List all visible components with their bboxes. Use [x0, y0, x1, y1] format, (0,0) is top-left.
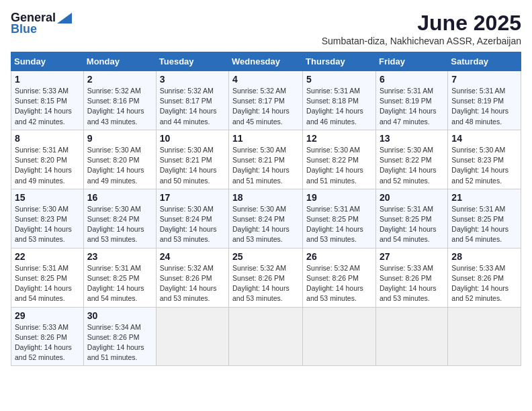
- header-thursday: Thursday: [303, 52, 376, 71]
- logo-icon: [57, 13, 72, 24]
- day-cell: [229, 307, 303, 366]
- week-row-2: 8Sunrise: 5:31 AMSunset: 8:20 PMDaylight…: [11, 130, 521, 189]
- day-number: 18: [232, 192, 299, 203]
- day-number: 21: [451, 192, 517, 203]
- day-cell: 4Sunrise: 5:32 AMSunset: 8:17 PMDaylight…: [229, 71, 303, 130]
- svg-marker-0: [57, 13, 72, 24]
- day-cell: 18Sunrise: 5:30 AMSunset: 8:24 PMDayligh…: [229, 189, 303, 248]
- day-info: Sunrise: 5:30 AMSunset: 8:21 PMDaylight:…: [160, 145, 225, 186]
- day-number: 7: [451, 74, 517, 85]
- day-number: 15: [15, 192, 80, 203]
- day-number: 4: [232, 74, 299, 85]
- day-cell: 22Sunrise: 5:31 AMSunset: 8:25 PMDayligh…: [11, 248, 84, 307]
- day-info: Sunrise: 5:32 AMSunset: 8:26 PMDaylight:…: [306, 263, 372, 304]
- day-info: Sunrise: 5:31 AMSunset: 8:19 PMDaylight:…: [380, 86, 444, 127]
- day-cell: 19Sunrise: 5:31 AMSunset: 8:25 PMDayligh…: [303, 189, 376, 248]
- day-info: Sunrise: 5:31 AMSunset: 8:25 PMDaylight:…: [15, 263, 80, 304]
- day-number: 10: [160, 133, 225, 144]
- day-info: Sunrise: 5:32 AMSunset: 8:26 PMDaylight:…: [232, 263, 299, 304]
- header-monday: Monday: [83, 52, 156, 71]
- day-info: Sunrise: 5:33 AMSunset: 8:26 PMDaylight:…: [380, 263, 444, 304]
- day-cell: 10Sunrise: 5:30 AMSunset: 8:21 PMDayligh…: [156, 130, 228, 189]
- day-cell: 2Sunrise: 5:32 AMSunset: 8:16 PMDaylight…: [83, 71, 156, 130]
- day-info: Sunrise: 5:32 AMSunset: 8:17 PMDaylight:…: [160, 86, 225, 127]
- day-cell: 21Sunrise: 5:31 AMSunset: 8:25 PMDayligh…: [448, 189, 521, 248]
- day-number: 13: [380, 133, 444, 144]
- header-saturday: Saturday: [448, 52, 521, 71]
- day-cell: 20Sunrise: 5:31 AMSunset: 8:25 PMDayligh…: [375, 189, 447, 248]
- day-number: 14: [451, 133, 517, 144]
- day-number: 17: [160, 192, 225, 203]
- day-number: 29: [15, 310, 80, 321]
- day-cell: 16Sunrise: 5:30 AMSunset: 8:24 PMDayligh…: [83, 189, 156, 248]
- day-info: Sunrise: 5:34 AMSunset: 8:26 PMDaylight:…: [87, 322, 152, 363]
- day-number: 12: [306, 133, 372, 144]
- day-number: 27: [380, 251, 444, 262]
- day-cell: 5Sunrise: 5:31 AMSunset: 8:18 PMDaylight…: [303, 71, 376, 130]
- day-info: Sunrise: 5:30 AMSunset: 8:22 PMDaylight:…: [380, 145, 444, 186]
- header-tuesday: Tuesday: [156, 52, 228, 71]
- header-friday: Friday: [375, 52, 447, 71]
- day-info: Sunrise: 5:30 AMSunset: 8:21 PMDaylight:…: [232, 145, 299, 186]
- header-row: SundayMondayTuesdayWednesdayThursdayFrid…: [11, 52, 521, 71]
- day-info: Sunrise: 5:31 AMSunset: 8:25 PMDaylight:…: [306, 204, 372, 245]
- day-cell: 24Sunrise: 5:32 AMSunset: 8:26 PMDayligh…: [156, 248, 228, 307]
- day-cell: 29Sunrise: 5:33 AMSunset: 8:26 PMDayligh…: [11, 307, 84, 366]
- day-cell: 1Sunrise: 5:33 AMSunset: 8:15 PMDaylight…: [11, 71, 84, 130]
- day-info: Sunrise: 5:31 AMSunset: 8:19 PMDaylight:…: [451, 86, 517, 127]
- day-info: Sunrise: 5:30 AMSunset: 8:22 PMDaylight:…: [306, 145, 372, 186]
- day-info: Sunrise: 5:31 AMSunset: 8:25 PMDaylight:…: [87, 263, 152, 304]
- day-info: Sunrise: 5:32 AMSunset: 8:17 PMDaylight:…: [232, 86, 299, 127]
- day-info: Sunrise: 5:31 AMSunset: 8:20 PMDaylight:…: [15, 145, 80, 186]
- day-number: 20: [380, 192, 444, 203]
- day-info: Sunrise: 5:33 AMSunset: 8:26 PMDaylight:…: [451, 263, 517, 304]
- week-row-1: 1Sunrise: 5:33 AMSunset: 8:15 PMDaylight…: [11, 71, 521, 130]
- logo-blue: Blue: [11, 22, 37, 36]
- day-cell: [448, 307, 521, 366]
- day-info: Sunrise: 5:30 AMSunset: 8:24 PMDaylight:…: [232, 204, 299, 245]
- week-row-3: 15Sunrise: 5:30 AMSunset: 8:23 PMDayligh…: [11, 189, 521, 248]
- day-number: 5: [306, 74, 372, 85]
- logo: General Blue: [11, 11, 72, 36]
- day-info: Sunrise: 5:30 AMSunset: 8:24 PMDaylight:…: [160, 204, 225, 245]
- day-cell: 6Sunrise: 5:31 AMSunset: 8:19 PMDaylight…: [375, 71, 447, 130]
- day-info: Sunrise: 5:33 AMSunset: 8:15 PMDaylight:…: [15, 86, 80, 127]
- day-number: 19: [306, 192, 372, 203]
- day-info: Sunrise: 5:32 AMSunset: 8:26 PMDaylight:…: [160, 263, 225, 304]
- day-info: Sunrise: 5:31 AMSunset: 8:18 PMDaylight:…: [306, 86, 372, 127]
- day-cell: 23Sunrise: 5:31 AMSunset: 8:25 PMDayligh…: [83, 248, 156, 307]
- day-number: 23: [87, 251, 152, 262]
- day-info: Sunrise: 5:32 AMSunset: 8:16 PMDaylight:…: [87, 86, 152, 127]
- day-cell: 28Sunrise: 5:33 AMSunset: 8:26 PMDayligh…: [448, 248, 521, 307]
- day-cell: 25Sunrise: 5:32 AMSunset: 8:26 PMDayligh…: [229, 248, 303, 307]
- day-number: 28: [451, 251, 517, 262]
- day-info: Sunrise: 5:31 AMSunset: 8:25 PMDaylight:…: [451, 204, 517, 245]
- calendar-table: SundayMondayTuesdayWednesdayThursdayFrid…: [11, 52, 521, 366]
- day-cell: 14Sunrise: 5:30 AMSunset: 8:23 PMDayligh…: [448, 130, 521, 189]
- day-cell: 13Sunrise: 5:30 AMSunset: 8:22 PMDayligh…: [375, 130, 447, 189]
- day-cell: 17Sunrise: 5:30 AMSunset: 8:24 PMDayligh…: [156, 189, 228, 248]
- day-number: 30: [87, 310, 152, 321]
- day-info: Sunrise: 5:30 AMSunset: 8:23 PMDaylight:…: [451, 145, 517, 186]
- day-cell: 9Sunrise: 5:30 AMSunset: 8:20 PMDaylight…: [83, 130, 156, 189]
- day-cell: [303, 307, 376, 366]
- day-info: Sunrise: 5:33 AMSunset: 8:26 PMDaylight:…: [15, 322, 80, 363]
- day-cell: [375, 307, 447, 366]
- day-cell: 7Sunrise: 5:31 AMSunset: 8:19 PMDaylight…: [448, 71, 521, 130]
- day-cell: 26Sunrise: 5:32 AMSunset: 8:26 PMDayligh…: [303, 248, 376, 307]
- day-number: 2: [87, 74, 152, 85]
- day-cell: 8Sunrise: 5:31 AMSunset: 8:20 PMDaylight…: [11, 130, 84, 189]
- day-cell: [156, 307, 228, 366]
- month-title: June 2025: [322, 11, 521, 36]
- header-wednesday: Wednesday: [229, 52, 303, 71]
- day-cell: 27Sunrise: 5:33 AMSunset: 8:26 PMDayligh…: [375, 248, 447, 307]
- day-number: 6: [380, 74, 444, 85]
- page-header: General Blue June 2025 Sumbatan-diza, Na…: [11, 11, 521, 46]
- day-number: 8: [15, 133, 80, 144]
- day-number: 16: [87, 192, 152, 203]
- day-info: Sunrise: 5:30 AMSunset: 8:24 PMDaylight:…: [87, 204, 152, 245]
- day-number: 11: [232, 133, 299, 144]
- day-number: 24: [160, 251, 225, 262]
- subtitle: Sumbatan-diza, Nakhichevan ASSR, Azerbai…: [322, 36, 521, 46]
- day-cell: 11Sunrise: 5:30 AMSunset: 8:21 PMDayligh…: [229, 130, 303, 189]
